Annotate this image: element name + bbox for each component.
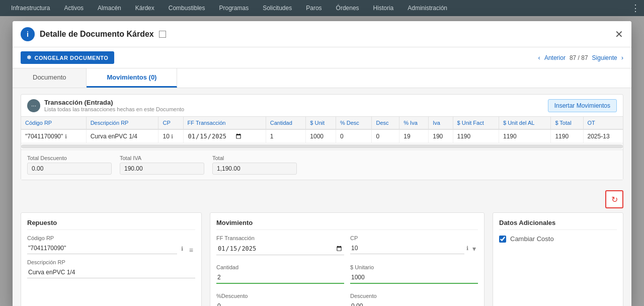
topnav-solicitudes[interactable]: Solicitudes	[256, 0, 299, 16]
more-options-icon[interactable]: ⋮	[631, 3, 640, 14]
topnav-historia[interactable]: Historia	[366, 0, 401, 16]
topnav-items: Infraestructura Activos Almacén Kárdex C…	[4, 0, 454, 16]
topnav: Infraestructura Activos Almacén Kárdex C…	[0, 0, 644, 16]
topnav-kardex[interactable]: Kárdex	[128, 0, 162, 16]
topnav-almacen[interactable]: Almacén	[91, 0, 128, 16]
topnav-programas[interactable]: Programas	[212, 0, 256, 16]
topnav-administracion[interactable]: Administración	[400, 0, 454, 16]
topnav-ordenes[interactable]: Órdenes	[329, 0, 366, 16]
topnav-activos[interactable]: Activos	[57, 0, 91, 16]
topnav-paros[interactable]: Paros	[299, 0, 329, 16]
topnav-infraestructura[interactable]: Infraestructura	[4, 0, 57, 16]
topnav-combustibles[interactable]: Combustibles	[162, 0, 212, 16]
